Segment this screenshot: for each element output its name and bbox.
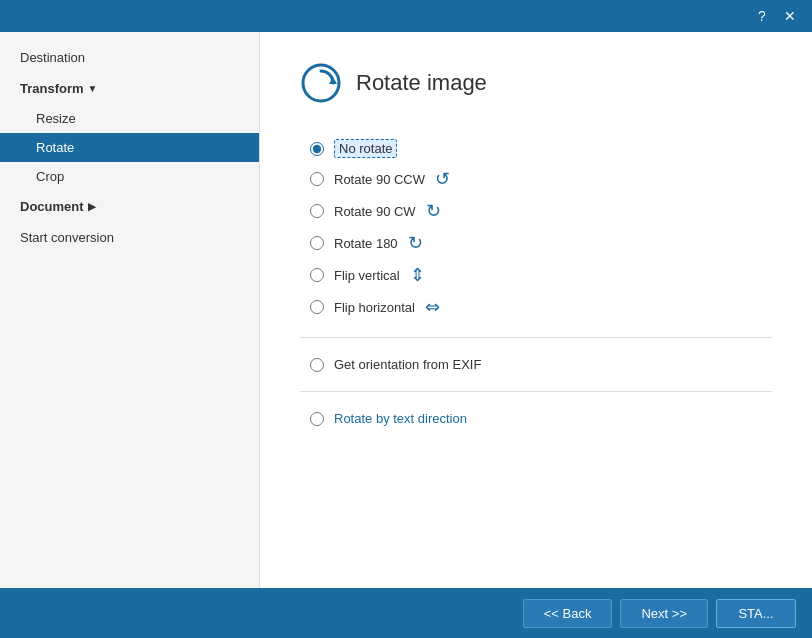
label-rotate-180[interactable]: Rotate 180 <box>334 236 398 251</box>
flip-vertical-icon: ⇕ <box>410 264 425 286</box>
rotate-90-ccw-icon: ↺ <box>435 168 450 190</box>
radio-get-exif[interactable] <box>310 358 324 372</box>
label-flip-horizontal[interactable]: Flip horizontal <box>334 300 415 315</box>
radio-flip-horizontal[interactable] <box>310 300 324 314</box>
svg-marker-1 <box>329 77 337 84</box>
rotate-image-icon <box>300 62 342 104</box>
label-rotate-text-direction[interactable]: Rotate by text direction <box>334 411 467 426</box>
option-no-rotate: No rotate <box>310 134 772 163</box>
start-button[interactable]: STA... <box>716 599 796 628</box>
help-button[interactable]: ? <box>748 4 776 28</box>
sidebar-section-transform[interactable]: Transform ▼ <box>0 73 259 104</box>
sidebar-item-rotate[interactable]: Rotate <box>0 133 259 162</box>
rotate-180-icon: ↻ <box>408 232 423 254</box>
titlebar: ? ✕ <box>0 0 812 32</box>
back-button[interactable]: << Back <box>523 599 613 628</box>
page-title: Rotate image <box>356 70 487 96</box>
close-button[interactable]: ✕ <box>776 4 804 28</box>
option-text-direction: Rotate by text direction <box>310 406 772 431</box>
next-button[interactable]: Next >> <box>620 599 708 628</box>
radio-no-rotate[interactable] <box>310 142 324 156</box>
divider-1 <box>300 337 772 338</box>
radio-rotate-text-direction[interactable] <box>310 412 324 426</box>
sidebar-section-document[interactable]: Document ▶ <box>0 191 259 222</box>
label-no-rotate[interactable]: No rotate <box>334 139 397 158</box>
main-container: Destination Transform ▼ Resize Rotate Cr… <box>0 32 812 588</box>
content-area: Rotate image No rotate Rotate 90 CCW ↺ R… <box>260 32 812 588</box>
sidebar-item-start-conversion[interactable]: Start conversion <box>0 222 259 253</box>
option-flip-horizontal: Flip horizontal ⇔ <box>310 291 772 323</box>
option-exif: Get orientation from EXIF <box>310 352 772 377</box>
sidebar: Destination Transform ▼ Resize Rotate Cr… <box>0 32 260 588</box>
option-rotate-180: Rotate 180 ↻ <box>310 227 772 259</box>
label-rotate-90-ccw[interactable]: Rotate 90 CCW <box>334 172 425 187</box>
option-rotate-90-ccw: Rotate 90 CCW ↺ <box>310 163 772 195</box>
flip-horizontal-icon: ⇔ <box>425 296 440 318</box>
option-rotate-90-cw: Rotate 90 CW ↻ <box>310 195 772 227</box>
label-flip-vertical[interactable]: Flip vertical <box>334 268 400 283</box>
radio-rotate-90-ccw[interactable] <box>310 172 324 186</box>
divider-2 <box>300 391 772 392</box>
label-get-exif[interactable]: Get orientation from EXIF <box>334 357 481 372</box>
sidebar-item-resize[interactable]: Resize <box>0 104 259 133</box>
page-header: Rotate image <box>300 62 772 104</box>
sidebar-item-crop[interactable]: Crop <box>0 162 259 191</box>
sidebar-item-destination[interactable]: Destination <box>0 42 259 73</box>
label-rotate-90-cw[interactable]: Rotate 90 CW <box>334 204 416 219</box>
rotate-90-cw-icon: ↻ <box>426 200 441 222</box>
radio-flip-vertical[interactable] <box>310 268 324 282</box>
radio-rotate-180[interactable] <box>310 236 324 250</box>
bottom-bar: << Back Next >> STA... <box>0 588 812 638</box>
option-flip-vertical: Flip vertical ⇕ <box>310 259 772 291</box>
rotate-options-group: No rotate Rotate 90 CCW ↺ Rotate 90 CW ↻… <box>310 134 772 323</box>
radio-rotate-90-cw[interactable] <box>310 204 324 218</box>
